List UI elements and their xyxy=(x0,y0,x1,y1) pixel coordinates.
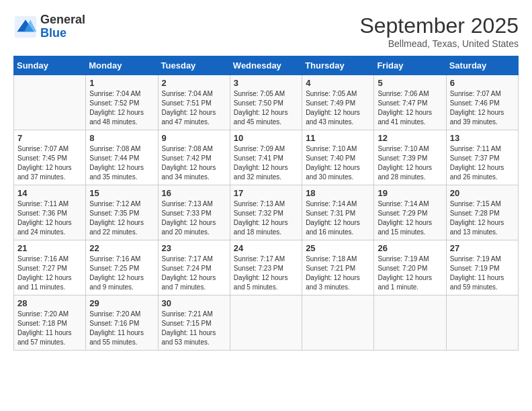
day-number: 26 xyxy=(378,243,442,253)
day-info: Sunrise: 7:10 AM Sunset: 7:40 PM Dayligh… xyxy=(306,144,370,182)
calendar-cell: 3Sunrise: 7:05 AM Sunset: 7:50 PM Daylig… xyxy=(230,75,302,130)
day-info: Sunrise: 7:10 AM Sunset: 7:39 PM Dayligh… xyxy=(378,144,442,182)
day-number: 12 xyxy=(378,133,442,143)
page-header: General Blue September 2025 Bellmead, Te… xyxy=(13,13,519,49)
day-number: 5 xyxy=(378,78,442,88)
title-block: September 2025 Bellmead, Texas, United S… xyxy=(359,13,519,49)
calendar-cell xyxy=(374,295,446,351)
logo-text: General Blue xyxy=(40,13,85,40)
day-number: 11 xyxy=(306,133,370,143)
day-number: 29 xyxy=(89,298,154,308)
day-number: 24 xyxy=(234,243,298,253)
week-row-1: 1Sunrise: 7:04 AM Sunset: 7:52 PM Daylig… xyxy=(14,75,519,130)
day-number: 25 xyxy=(306,243,370,253)
day-info: Sunrise: 7:08 AM Sunset: 7:44 PM Dayligh… xyxy=(89,144,154,182)
day-number: 15 xyxy=(89,188,154,198)
day-info: Sunrise: 7:07 AM Sunset: 7:46 PM Dayligh… xyxy=(450,89,515,127)
day-number: 22 xyxy=(89,243,154,253)
day-info: Sunrise: 7:04 AM Sunset: 7:51 PM Dayligh… xyxy=(162,89,226,127)
day-info: Sunrise: 7:16 AM Sunset: 7:25 PM Dayligh… xyxy=(89,255,154,292)
day-info: Sunrise: 7:05 AM Sunset: 7:49 PM Dayligh… xyxy=(306,89,370,127)
day-info: Sunrise: 7:12 AM Sunset: 7:35 PM Dayligh… xyxy=(89,199,154,237)
day-number: 13 xyxy=(450,133,515,143)
calendar-cell: 4Sunrise: 7:05 AM Sunset: 7:49 PM Daylig… xyxy=(302,75,374,130)
day-number: 7 xyxy=(17,133,82,143)
day-info: Sunrise: 7:18 AM Sunset: 7:21 PM Dayligh… xyxy=(306,255,370,292)
calendar-cell: 12Sunrise: 7:10 AM Sunset: 7:39 PM Dayli… xyxy=(374,130,446,185)
calendar-cell: 19Sunrise: 7:14 AM Sunset: 7:29 PM Dayli… xyxy=(374,185,446,240)
weekday-header-tuesday: Tuesday xyxy=(158,56,230,75)
logo: General Blue xyxy=(13,13,85,40)
calendar-cell: 11Sunrise: 7:10 AM Sunset: 7:40 PM Dayli… xyxy=(302,130,374,185)
weekday-header-wednesday: Wednesday xyxy=(230,56,302,75)
day-number: 2 xyxy=(162,78,226,88)
calendar-cell xyxy=(14,75,86,130)
calendar-cell: 26Sunrise: 7:19 AM Sunset: 7:20 PM Dayli… xyxy=(374,240,446,295)
day-number: 1 xyxy=(89,78,154,88)
calendar-body: 1Sunrise: 7:04 AM Sunset: 7:52 PM Daylig… xyxy=(14,75,519,351)
day-info: Sunrise: 7:17 AM Sunset: 7:23 PM Dayligh… xyxy=(234,255,298,292)
day-number: 27 xyxy=(450,243,515,253)
day-info: Sunrise: 7:11 AM Sunset: 7:36 PM Dayligh… xyxy=(17,199,82,237)
day-info: Sunrise: 7:19 AM Sunset: 7:20 PM Dayligh… xyxy=(378,255,442,292)
calendar-cell: 5Sunrise: 7:06 AM Sunset: 7:47 PM Daylig… xyxy=(374,75,446,130)
day-number: 23 xyxy=(162,243,226,253)
weekday-header-friday: Friday xyxy=(374,56,446,75)
day-info: Sunrise: 7:21 AM Sunset: 7:15 PM Dayligh… xyxy=(162,310,226,347)
day-info: Sunrise: 7:14 AM Sunset: 7:29 PM Dayligh… xyxy=(378,199,442,237)
logo-icon xyxy=(13,15,38,39)
calendar-cell: 10Sunrise: 7:09 AM Sunset: 7:41 PM Dayli… xyxy=(230,130,302,185)
weekday-header-monday: Monday xyxy=(86,56,158,75)
day-number: 21 xyxy=(17,243,82,253)
week-row-3: 14Sunrise: 7:11 AM Sunset: 7:36 PM Dayli… xyxy=(14,185,519,240)
day-info: Sunrise: 7:17 AM Sunset: 7:24 PM Dayligh… xyxy=(162,255,226,292)
day-info: Sunrise: 7:20 AM Sunset: 7:16 PM Dayligh… xyxy=(89,310,154,347)
week-row-2: 7Sunrise: 7:07 AM Sunset: 7:45 PM Daylig… xyxy=(14,130,519,185)
weekday-header-saturday: Saturday xyxy=(446,56,518,75)
week-row-5: 28Sunrise: 7:20 AM Sunset: 7:18 PM Dayli… xyxy=(14,295,519,351)
day-number: 19 xyxy=(378,188,442,198)
calendar-cell: 25Sunrise: 7:18 AM Sunset: 7:21 PM Dayli… xyxy=(302,240,374,295)
day-info: Sunrise: 7:14 AM Sunset: 7:31 PM Dayligh… xyxy=(306,199,370,237)
calendar-cell: 8Sunrise: 7:08 AM Sunset: 7:44 PM Daylig… xyxy=(86,130,158,185)
day-info: Sunrise: 7:13 AM Sunset: 7:32 PM Dayligh… xyxy=(234,199,298,237)
calendar-cell: 7Sunrise: 7:07 AM Sunset: 7:45 PM Daylig… xyxy=(14,130,86,185)
day-info: Sunrise: 7:15 AM Sunset: 7:28 PM Dayligh… xyxy=(450,199,515,237)
day-info: Sunrise: 7:06 AM Sunset: 7:47 PM Dayligh… xyxy=(378,89,442,127)
calendar-cell: 18Sunrise: 7:14 AM Sunset: 7:31 PM Dayli… xyxy=(302,185,374,240)
calendar-cell: 24Sunrise: 7:17 AM Sunset: 7:23 PM Dayli… xyxy=(230,240,302,295)
day-number: 3 xyxy=(234,78,298,88)
calendar-cell: 30Sunrise: 7:21 AM Sunset: 7:15 PM Dayli… xyxy=(158,295,230,351)
day-info: Sunrise: 7:13 AM Sunset: 7:33 PM Dayligh… xyxy=(162,199,226,237)
calendar-cell: 23Sunrise: 7:17 AM Sunset: 7:24 PM Dayli… xyxy=(158,240,230,295)
day-info: Sunrise: 7:05 AM Sunset: 7:50 PM Dayligh… xyxy=(234,89,298,127)
weekday-header-thursday: Thursday xyxy=(302,56,374,75)
calendar-cell: 22Sunrise: 7:16 AM Sunset: 7:25 PM Dayli… xyxy=(86,240,158,295)
day-number: 6 xyxy=(450,78,515,88)
calendar-cell xyxy=(302,295,374,351)
day-info: Sunrise: 7:04 AM Sunset: 7:52 PM Dayligh… xyxy=(89,89,154,127)
day-number: 17 xyxy=(234,188,298,198)
day-number: 8 xyxy=(89,133,154,143)
calendar-cell: 27Sunrise: 7:19 AM Sunset: 7:19 PM Dayli… xyxy=(446,240,518,295)
day-info: Sunrise: 7:16 AM Sunset: 7:27 PM Dayligh… xyxy=(17,255,82,292)
day-number: 20 xyxy=(450,188,515,198)
calendar-cell: 2Sunrise: 7:04 AM Sunset: 7:51 PM Daylig… xyxy=(158,75,230,130)
day-info: Sunrise: 7:07 AM Sunset: 7:45 PM Dayligh… xyxy=(17,144,82,182)
day-info: Sunrise: 7:20 AM Sunset: 7:18 PM Dayligh… xyxy=(17,310,82,347)
calendar-cell: 28Sunrise: 7:20 AM Sunset: 7:18 PM Dayli… xyxy=(14,295,86,351)
calendar-cell: 20Sunrise: 7:15 AM Sunset: 7:28 PM Dayli… xyxy=(446,185,518,240)
calendar-cell: 6Sunrise: 7:07 AM Sunset: 7:46 PM Daylig… xyxy=(446,75,518,130)
calendar-cell: 1Sunrise: 7:04 AM Sunset: 7:52 PM Daylig… xyxy=(86,75,158,130)
calendar-cell: 13Sunrise: 7:11 AM Sunset: 7:37 PM Dayli… xyxy=(446,130,518,185)
calendar-table: SundayMondayTuesdayWednesdayThursdayFrid… xyxy=(13,56,519,351)
week-row-4: 21Sunrise: 7:16 AM Sunset: 7:27 PM Dayli… xyxy=(14,240,519,295)
day-info: Sunrise: 7:19 AM Sunset: 7:19 PM Dayligh… xyxy=(450,255,515,292)
calendar-cell xyxy=(230,295,302,351)
calendar-cell: 21Sunrise: 7:16 AM Sunset: 7:27 PM Dayli… xyxy=(14,240,86,295)
calendar-cell: 14Sunrise: 7:11 AM Sunset: 7:36 PM Dayli… xyxy=(14,185,86,240)
month-title: September 2025 xyxy=(359,13,519,38)
day-info: Sunrise: 7:09 AM Sunset: 7:41 PM Dayligh… xyxy=(234,144,298,182)
location: Bellmead, Texas, United States xyxy=(359,38,519,49)
day-number: 9 xyxy=(162,133,226,143)
